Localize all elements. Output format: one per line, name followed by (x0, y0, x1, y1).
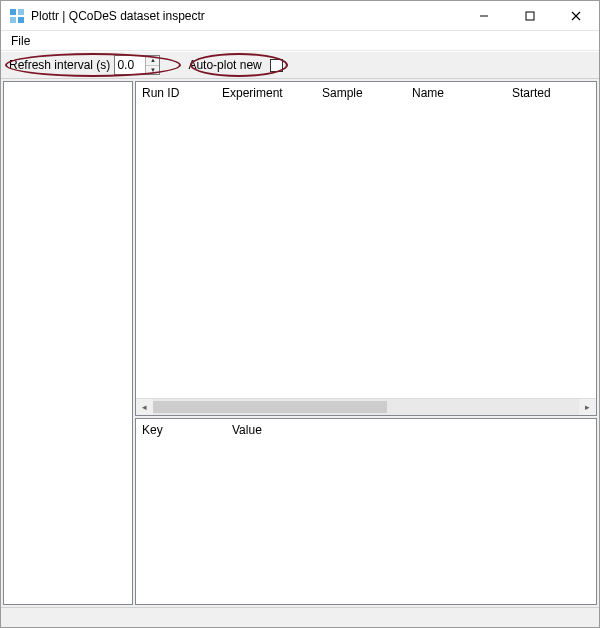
statusbar (1, 607, 599, 627)
left-tree-panel[interactable] (3, 81, 133, 605)
menu-file[interactable]: File (5, 32, 36, 50)
details-table-panel[interactable]: Key Value (135, 418, 597, 605)
svg-rect-2 (10, 17, 16, 23)
column-header[interactable]: Value (226, 423, 596, 437)
column-header[interactable]: Experiment (216, 86, 316, 100)
close-button[interactable] (553, 1, 599, 31)
window-title: Plottr | QCoDeS dataset inspectr (31, 9, 205, 23)
autoplot-checkbox[interactable] (270, 59, 283, 72)
app-icon (9, 8, 25, 24)
column-header[interactable]: Started (506, 86, 596, 100)
autoplot-label: Auto-plot new (188, 58, 261, 72)
svg-rect-0 (10, 9, 16, 15)
scroll-thumb[interactable] (153, 401, 387, 413)
details-table-body[interactable] (136, 441, 596, 604)
svg-rect-3 (18, 17, 24, 23)
scroll-left-icon[interactable]: ◂ (136, 399, 153, 415)
body-area: Run ID Experiment Sample Name Started ◂ … (1, 79, 599, 607)
svg-rect-1 (18, 9, 24, 15)
scroll-track[interactable] (153, 399, 579, 415)
app-window: Plottr | QCoDeS dataset inspectr File Re… (0, 0, 600, 628)
column-header[interactable]: Key (136, 423, 226, 437)
column-header[interactable]: Run ID (136, 86, 216, 100)
column-header[interactable]: Sample (316, 86, 406, 100)
svg-rect-5 (526, 12, 534, 20)
runs-table-header: Run ID Experiment Sample Name Started (136, 82, 596, 104)
runs-horizontal-scrollbar[interactable]: ◂ ▸ (136, 398, 596, 415)
minimize-button[interactable] (461, 1, 507, 31)
column-header[interactable]: Name (406, 86, 506, 100)
runs-table-body[interactable] (136, 104, 596, 398)
toolbar: Refresh interval (s) ▲ ▼ Auto-plot new (1, 51, 599, 79)
scroll-right-icon[interactable]: ▸ (579, 399, 596, 415)
spin-down-icon[interactable]: ▼ (146, 66, 159, 75)
details-table-header: Key Value (136, 419, 596, 441)
refresh-interval-input[interactable] (115, 56, 145, 74)
maximize-button[interactable] (507, 1, 553, 31)
spin-up-icon[interactable]: ▲ (146, 56, 159, 66)
titlebar: Plottr | QCoDeS dataset inspectr (1, 1, 599, 31)
menubar: File (1, 31, 599, 51)
refresh-interval-spinbox[interactable]: ▲ ▼ (114, 55, 160, 75)
runs-table-panel[interactable]: Run ID Experiment Sample Name Started ◂ … (135, 81, 597, 416)
refresh-interval-label: Refresh interval (s) (9, 58, 110, 72)
